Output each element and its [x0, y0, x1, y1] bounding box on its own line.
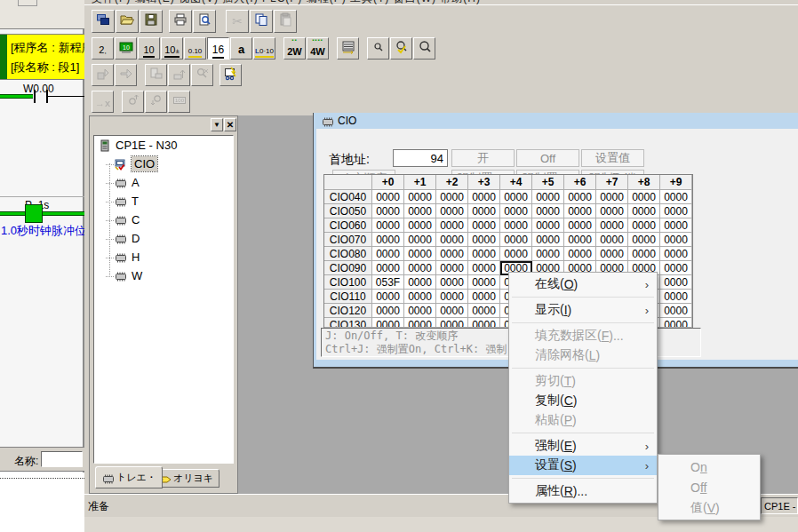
- zoom-large-button[interactable]: [413, 37, 435, 60]
- memory-cell[interactable]: 0000: [404, 290, 436, 304]
- memory-cell[interactable]: 0000: [564, 233, 596, 247]
- monitor-up-button[interactable]: [122, 91, 144, 113]
- new-window-button[interactable]: [92, 10, 115, 33]
- row-label[interactable]: CIO050: [324, 204, 372, 218]
- cut-button[interactable]: ✂: [226, 10, 249, 33]
- memory-button-2[interactable]: 设置值: [581, 149, 644, 167]
- memory-cell[interactable]: 0000: [404, 247, 436, 261]
- memory-cell[interactable]: 0000: [660, 204, 692, 218]
- memory-cell[interactable]: 0000: [372, 204, 404, 218]
- four-word-button[interactable]: ▪▪▪▪4W: [307, 37, 329, 60]
- memory-cell[interactable]: 0000: [500, 233, 532, 247]
- memory-cell[interactable]: 0000: [372, 304, 404, 318]
- transfer-button[interactable]: [115, 64, 137, 86]
- col-header[interactable]: +2: [436, 175, 468, 190]
- memory-cell[interactable]: 0000: [628, 190, 660, 204]
- col-header[interactable]: +7: [596, 175, 628, 190]
- menu-item-O[interactable]: 在线(O)›: [509, 274, 657, 294]
- open-folder-button[interactable]: [116, 10, 139, 33]
- submenu-item-n[interactable]: On: [658, 457, 760, 477]
- memory-cell[interactable]: 0000: [596, 233, 628, 247]
- row-label[interactable]: CIO100: [324, 275, 372, 290]
- memory-cell[interactable]: 0000: [660, 290, 692, 304]
- zoom-reset-button[interactable]: [390, 37, 412, 60]
- memory-cell[interactable]: 0000: [564, 204, 596, 218]
- memory-cell[interactable]: 0000: [468, 318, 500, 328]
- memory-cell[interactable]: 0000: [468, 190, 500, 204]
- menu-item-C[interactable]: 复制(C): [509, 391, 657, 410]
- memory-cell[interactable]: 0000: [500, 247, 532, 261]
- name-input[interactable]: [41, 451, 83, 467]
- memory-cell[interactable]: 0000: [532, 204, 564, 218]
- monitor-down-button[interactable]: [145, 91, 167, 113]
- tree-item-d[interactable]: D: [94, 229, 233, 248]
- memory-cell[interactable]: 0000: [500, 218, 532, 233]
- memory-cell[interactable]: 0000: [436, 190, 468, 204]
- memory-cell[interactable]: 0000: [468, 247, 500, 261]
- memory-cell[interactable]: 053F: [372, 275, 404, 290]
- col-header[interactable]: +3: [468, 175, 500, 190]
- address-display-button[interactable]: 100: [168, 91, 190, 113]
- memory-button-1[interactable]: Off: [516, 149, 579, 167]
- copy-button[interactable]: [250, 10, 273, 33]
- row-label[interactable]: CIO080: [324, 247, 372, 261]
- menu-item-I[interactable]: 显示(I)›: [509, 300, 657, 320]
- memory-cell[interactable]: 0000: [436, 275, 468, 290]
- memory-cell[interactable]: 0000: [436, 218, 468, 233]
- col-header[interactable]: +6: [564, 175, 596, 190]
- col-header[interactable]: +0: [372, 175, 404, 190]
- zoom-small-button[interactable]: [367, 37, 389, 60]
- memory-cell[interactable]: 0000: [660, 318, 692, 328]
- col-header[interactable]: +9: [660, 175, 692, 190]
- memory-cell[interactable]: 0000: [532, 247, 564, 261]
- find-memory-button[interactable]: [191, 64, 213, 86]
- memory-cell[interactable]: 0000: [532, 190, 564, 204]
- memory-cell[interactable]: 0000: [596, 204, 628, 218]
- memory-cell[interactable]: 0000: [372, 190, 404, 204]
- cio-window-titlebar[interactable]: CIO: [314, 113, 798, 129]
- memory-cell[interactable]: 0000: [660, 190, 692, 204]
- memory-cell[interactable]: 0000: [372, 247, 404, 261]
- tree-item-cio[interactable]: CIO: [94, 155, 233, 173]
- col-header[interactable]: +4: [500, 175, 532, 190]
- two-word-button[interactable]: ▪▪2W: [283, 37, 306, 60]
- memory-cell[interactable]: 0000: [372, 318, 404, 328]
- memory-cell[interactable]: 0000: [500, 204, 532, 218]
- tree-item-device[interactable]: CP1E - N30: [94, 136, 233, 155]
- monitor-online-button[interactable]: [219, 64, 242, 86]
- memory-cell[interactable]: 0000: [532, 233, 564, 247]
- compare-memory-button[interactable]: [145, 64, 167, 86]
- memory-cell[interactable]: 0000: [468, 290, 500, 304]
- menu-item-L[interactable]: 清除网格(L): [509, 345, 657, 365]
- memory-cell[interactable]: 0000: [468, 218, 500, 233]
- memory-cell[interactable]: 0000: [500, 190, 532, 204]
- memory-cell[interactable]: 0000: [436, 247, 468, 261]
- row-label[interactable]: CIO070: [324, 233, 372, 247]
- row-label[interactable]: CIO110: [324, 290, 372, 304]
- memory-cell[interactable]: 0000: [436, 261, 468, 275]
- col-header[interactable]: +8: [628, 175, 660, 190]
- contact-symbol[interactable]: [34, 90, 36, 103]
- memory-cell[interactable]: 0000: [596, 190, 628, 204]
- ascii-view-button[interactable]: a: [230, 37, 252, 60]
- memory-cell[interactable]: 0000: [404, 304, 436, 318]
- memory-cell[interactable]: 0000: [468, 275, 500, 290]
- tree-item-t[interactable]: T: [94, 192, 233, 210]
- energized-contact-symbol[interactable]: [25, 204, 43, 223]
- menu-item-S[interactable]: 设置(S)›: [509, 456, 657, 475]
- chevron-down-icon[interactable]: ▼: [211, 118, 223, 131]
- float-view-button[interactable]: 0.10: [184, 37, 206, 60]
- memory-cell[interactable]: 0000: [564, 190, 596, 204]
- memory-cell[interactable]: 0000: [596, 218, 628, 233]
- fill-data-button[interactable]: [92, 64, 114, 86]
- tree-item-h[interactable]: H: [94, 248, 233, 266]
- memory-cell[interactable]: 0000: [660, 218, 692, 233]
- memory-cell[interactable]: 0000: [564, 218, 596, 233]
- save-button[interactable]: [140, 10, 163, 33]
- col-header[interactable]: +1: [404, 175, 436, 190]
- menu-item-F[interactable]: 填充数据区(F)...: [509, 326, 657, 345]
- address-increment-button[interactable]: [337, 37, 359, 60]
- memory-cell[interactable]: 0000: [628, 233, 660, 247]
- memory-cell[interactable]: 0000: [660, 233, 692, 247]
- memory-cell[interactable]: 0000: [436, 290, 468, 304]
